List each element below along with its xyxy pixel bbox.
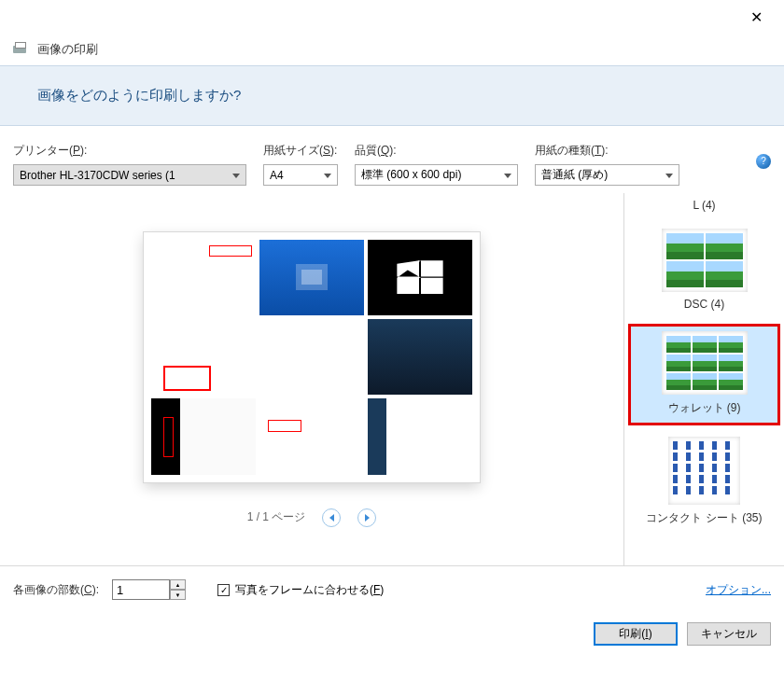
- quality-label: 品質(Q):: [355, 143, 518, 159]
- instruction-text: 画像をどのように印刷しますか?: [37, 87, 747, 104]
- paper-type-select[interactable]: 普通紙 (厚め): [535, 164, 679, 186]
- quality-select[interactable]: 標準 (600 x 600 dpi): [355, 164, 518, 186]
- layout-label: L (4): [628, 199, 780, 212]
- layout-option-contact[interactable]: コンタクト シート (35): [624, 429, 784, 536]
- printer-icon: [11, 42, 28, 57]
- preview-thumb: [151, 398, 256, 474]
- preview-thumb: [151, 240, 256, 315]
- preview-thumb: [259, 398, 364, 474]
- layout-list[interactable]: L (4) DSC (4) ウォレット (9) コンタクト シート (35): [623, 193, 784, 565]
- prev-page-button[interactable]: [322, 508, 341, 527]
- copies-label: 各画像の部数(C):: [13, 582, 99, 598]
- layout-label: ウォレット (9): [632, 400, 777, 416]
- preview-thumb: [259, 240, 364, 315]
- copies-input[interactable]: [112, 579, 170, 600]
- footer-buttons: 印刷(I) キャンセル: [0, 613, 784, 659]
- layout-option-wallet[interactable]: ウォレット (9): [628, 324, 780, 425]
- preview-thumb: [368, 240, 472, 315]
- preview-thumb: [259, 319, 364, 395]
- fit-frame-label: 写真をフレームに合わせる(F): [235, 582, 384, 598]
- print-controls: プリンター(P): Brother HL-3170CDW series (1 用…: [0, 126, 784, 193]
- print-button[interactable]: 印刷(I): [594, 622, 678, 646]
- cancel-button[interactable]: キャンセル: [687, 622, 771, 646]
- printer-label: プリンター(P):: [13, 143, 246, 159]
- pager: 1 / 1 ページ: [247, 508, 377, 527]
- paper-size-select[interactable]: A4: [263, 164, 338, 186]
- main-area: 1 / 1 ページ L (4) DSC (4) ウォレット (9) コンタクト …: [0, 193, 784, 566]
- close-button[interactable]: ✕: [737, 8, 775, 26]
- page-preview: [144, 232, 480, 482]
- checkbox-icon: ✓: [217, 584, 230, 596]
- titlebar: ✕: [0, 0, 784, 34]
- layout-option-dsc[interactable]: DSC (4): [624, 221, 784, 320]
- options-link[interactable]: オプション...: [706, 582, 771, 598]
- dialog-title: 画像の印刷: [37, 41, 98, 58]
- preview-thumb: [151, 319, 256, 395]
- copies-spinner[interactable]: ▲ ▼: [112, 579, 186, 600]
- next-page-button[interactable]: [357, 508, 376, 527]
- bottom-row: 各画像の部数(C): ▲ ▼ ✓ 写真をフレームに合わせる(F) オプション..…: [0, 566, 784, 613]
- dialog-header: 画像の印刷: [0, 34, 784, 65]
- preview-thumb: [368, 319, 472, 395]
- page-indicator: 1 / 1 ページ: [247, 509, 306, 525]
- layout-label: コンタクト シート (35): [628, 510, 780, 526]
- preview-pane: 1 / 1 ページ: [0, 193, 623, 565]
- paper-size-label: 用紙サイズ(S):: [263, 143, 338, 159]
- help-icon[interactable]: ?: [756, 154, 771, 169]
- layout-option-l[interactable]: L (4): [624, 193, 784, 221]
- copies-down-button[interactable]: ▼: [170, 590, 186, 600]
- layout-label: DSC (4): [628, 298, 780, 311]
- fit-frame-checkbox[interactable]: ✓ 写真をフレームに合わせる(F): [217, 582, 384, 598]
- instruction-banner: 画像をどのように印刷しますか?: [0, 65, 784, 126]
- paper-type-label: 用紙の種類(T):: [535, 143, 679, 159]
- preview-thumb: [368, 398, 472, 474]
- copies-up-button[interactable]: ▲: [170, 579, 186, 590]
- printer-select[interactable]: Brother HL-3170CDW series (1: [13, 164, 246, 186]
